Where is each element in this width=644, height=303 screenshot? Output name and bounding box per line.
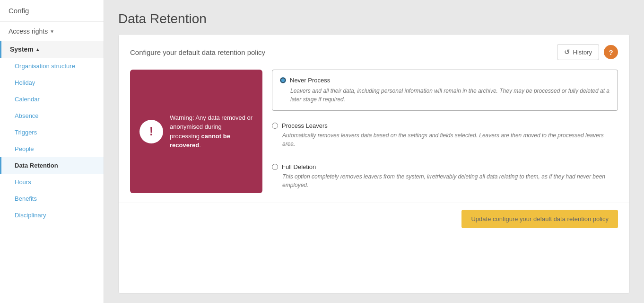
card-subtitle: Configure your default data retention po… xyxy=(130,48,265,56)
config-label: Config xyxy=(9,7,29,15)
history-button[interactable]: ↺ History xyxy=(557,44,599,60)
sidebar-item-benefits[interactable]: Benefits xyxy=(0,190,104,207)
warning-text: Warning: Any data removed or anonymised … xyxy=(170,113,253,150)
sidebar-item-data-retention[interactable]: Data Retention xyxy=(0,157,104,174)
sidebar: Config Access rights ▼ System ▲ Organisa… xyxy=(0,0,104,303)
access-rights-label: Access rights xyxy=(9,27,48,35)
never-process-text: Never Process xyxy=(290,77,330,84)
full-deletion-label[interactable]: Full Deletion xyxy=(272,163,618,170)
sidebar-item-calendar[interactable]: Calendar xyxy=(0,91,104,107)
process-leavers-label[interactable]: Process Leavers xyxy=(272,122,618,129)
page-title: Data Retention xyxy=(118,11,630,27)
warning-icon-circle: ! xyxy=(139,120,163,143)
option-never-process: Never Process Leavers and all their data… xyxy=(272,70,618,111)
footer-bar: Update configure your default data reten… xyxy=(119,203,629,235)
content-card: Configure your default data retention po… xyxy=(118,34,630,294)
card-header: Configure your default data retention po… xyxy=(130,44,618,60)
system-label: System xyxy=(10,45,34,53)
full-deletion-text: Full Deletion xyxy=(282,163,316,170)
history-icon: ↺ xyxy=(564,48,570,56)
help-button[interactable]: ? xyxy=(604,45,618,59)
help-icon: ? xyxy=(609,48,613,56)
sidebar-item-hours[interactable]: Hours xyxy=(0,174,104,190)
never-process-description: Leavers and all their data, including pe… xyxy=(280,87,610,104)
warning-box: ! Warning: Any data removed or anonymise… xyxy=(130,70,262,193)
process-leavers-radio[interactable] xyxy=(272,123,278,129)
option-process-leavers: Process Leavers Automatically removes le… xyxy=(272,118,618,152)
main-content: Data Retention Configure your default da… xyxy=(104,0,644,303)
sidebar-item-holiday[interactable]: Holiday xyxy=(0,74,104,91)
update-button[interactable]: Update configure your default data reten… xyxy=(461,210,618,228)
header-actions: ↺ History ? xyxy=(557,44,618,60)
history-label: History xyxy=(573,49,592,56)
full-deletion-description: This option completely removes leavers f… xyxy=(272,172,618,189)
process-leavers-text: Process Leavers xyxy=(282,122,328,129)
never-process-label[interactable]: Never Process xyxy=(280,77,610,84)
sidebar-item-organisation-structure[interactable]: Organisation structure xyxy=(0,58,104,74)
sidebar-access-rights[interactable]: Access rights ▼ xyxy=(0,22,104,41)
sidebar-item-people[interactable]: People xyxy=(0,141,104,157)
option-full-deletion: Full Deletion This option completely rem… xyxy=(272,160,618,193)
process-leavers-description: Automatically removes leavers data based… xyxy=(272,131,618,148)
chevron-up-icon: ▲ xyxy=(35,47,40,52)
exclamation-icon: ! xyxy=(149,124,154,139)
radio-options: Never Process Leavers and all their data… xyxy=(272,70,618,193)
sidebar-system[interactable]: System ▲ xyxy=(0,41,104,58)
sidebar-item-disciplinary[interactable]: Disciplinary xyxy=(0,207,104,223)
sidebar-config: Config xyxy=(0,0,104,22)
sidebar-navigation: Organisation structure Holiday Calendar … xyxy=(0,58,104,303)
options-container: ! Warning: Any data removed or anonymise… xyxy=(130,70,618,193)
sidebar-item-triggers[interactable]: Triggers xyxy=(0,124,104,141)
chevron-down-icon: ▼ xyxy=(50,29,54,34)
full-deletion-radio[interactable] xyxy=(272,164,278,170)
sidebar-item-absence[interactable]: Absence xyxy=(0,107,104,124)
never-process-radio[interactable] xyxy=(280,77,286,83)
